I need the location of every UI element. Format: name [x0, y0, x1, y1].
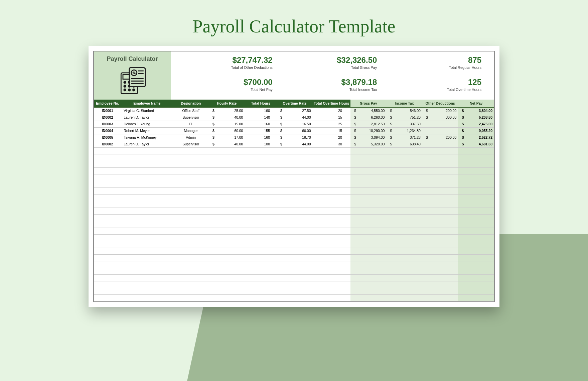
cell-designation[interactable]: Supervisor	[173, 141, 208, 147]
cell-gross[interactable]: $3,094.00	[350, 134, 386, 141]
cell-name[interactable]: Delores J. Young	[121, 121, 173, 127]
cell-otrate[interactable]: $44.00	[277, 141, 312, 147]
cell-emp-no[interactable]: ID0002	[94, 141, 121, 147]
cell-emp-no[interactable]: ID0001	[94, 107, 121, 114]
col-emp-no: Employee No.	[94, 100, 121, 107]
cell-net[interactable]: $9,055.20	[458, 127, 494, 134]
empty-row[interactable]	[94, 228, 494, 234]
empty-row[interactable]	[94, 201, 494, 208]
calculator-icon: %	[117, 65, 148, 97]
empty-row[interactable]	[94, 161, 494, 167]
empty-row[interactable]	[94, 187, 494, 194]
table-row[interactable]: ID0004Robert M. MeyerManager$60.00155$66…	[94, 127, 494, 134]
cell-designation[interactable]: Admin	[173, 134, 208, 141]
cell-rate[interactable]: $40.00	[209, 114, 245, 121]
cell-deductions[interactable]	[422, 127, 458, 134]
cell-othours[interactable]: 20	[312, 134, 350, 141]
cell-tax[interactable]: $1,234.80	[386, 127, 422, 134]
cell-hours[interactable]: 160	[245, 107, 277, 114]
cell-emp-no[interactable]: ID0002	[94, 114, 121, 121]
empty-row[interactable]	[94, 154, 494, 161]
cell-emp-no[interactable]: ID0003	[94, 121, 121, 127]
cell-net[interactable]: $3,804.00	[458, 107, 494, 114]
empty-row[interactable]	[94, 261, 494, 268]
cell-othours[interactable]: 20	[312, 107, 350, 114]
empty-row[interactable]	[94, 241, 494, 248]
col-overtime-rate: Overtime Rate	[277, 100, 312, 107]
cell-tax[interactable]: $371.28	[386, 134, 422, 141]
empty-row[interactable]	[94, 281, 494, 288]
cell-tax[interactable]: $751.20	[386, 114, 422, 121]
cell-deductions[interactable]: $200.00	[422, 107, 458, 114]
empty-row[interactable]	[94, 167, 494, 174]
cell-name[interactable]: Robert M. Meyer	[121, 127, 173, 134]
cell-otrate[interactable]: $66.00	[277, 127, 312, 134]
cell-deductions[interactable]: $200.00	[422, 134, 458, 141]
svg-text:%: %	[132, 71, 135, 75]
cell-gross[interactable]: $10,290.00	[350, 127, 386, 134]
cell-rate[interactable]: $40.00	[209, 141, 245, 147]
cell-otrate[interactable]: $18.70	[277, 134, 312, 141]
cell-net[interactable]: $5,208.80	[458, 114, 494, 121]
cell-othours[interactable]: 30	[312, 141, 350, 147]
empty-row[interactable]	[94, 268, 494, 274]
cell-tax[interactable]: $337.50	[386, 121, 422, 127]
cell-gross[interactable]: $2,812.50	[350, 121, 386, 127]
cell-hours[interactable]: 160	[245, 121, 277, 127]
cell-deductions[interactable]	[422, 141, 458, 147]
cell-gross[interactable]: $4,550.00	[350, 107, 386, 114]
cell-tax[interactable]: $546.00	[386, 107, 422, 114]
cell-net[interactable]: $4,681.60	[458, 141, 494, 147]
cell-designation[interactable]: Supervisor	[173, 114, 208, 121]
cell-hours[interactable]: 155	[245, 127, 277, 134]
cell-designation[interactable]: Office Staff	[173, 107, 208, 114]
cell-othours[interactable]: 25	[312, 121, 350, 127]
cell-hours[interactable]: 140	[245, 114, 277, 121]
cell-net[interactable]: $2,522.72	[458, 134, 494, 141]
cell-gross[interactable]: $6,260.00	[350, 114, 386, 121]
empty-row[interactable]	[94, 214, 494, 221]
empty-row[interactable]	[94, 221, 494, 228]
cell-name[interactable]: Lauren D. Taylor	[121, 114, 173, 121]
table-row[interactable]: ID0002Lauren D. TaylorSupervisor$40.0014…	[94, 114, 494, 121]
table-row[interactable]: ID0003Delores J. YoungIT$15.00160$16.502…	[94, 121, 494, 127]
table-header-row: Employee No. Employee Name Designation H…	[94, 100, 494, 107]
empty-row[interactable]	[94, 288, 494, 294]
empty-row[interactable]	[94, 147, 494, 154]
empty-row[interactable]	[94, 181, 494, 187]
cell-otrate[interactable]: $44.00	[277, 114, 312, 121]
cell-name[interactable]: Lauren D. Taylor	[121, 141, 173, 147]
cell-hours[interactable]: 160	[245, 134, 277, 141]
cell-emp-no[interactable]: ID0005	[94, 134, 121, 141]
cell-rate[interactable]: $17.00	[209, 134, 245, 141]
cell-tax[interactable]: $638.40	[386, 141, 422, 147]
cell-rate[interactable]: $60.00	[209, 127, 245, 134]
empty-row[interactable]	[94, 294, 494, 301]
empty-row[interactable]	[94, 194, 494, 201]
cell-name[interactable]: Tawana H. McKinney	[121, 134, 173, 141]
cell-gross[interactable]: $5,320.00	[350, 141, 386, 147]
empty-row[interactable]	[94, 254, 494, 261]
cell-deductions[interactable]	[422, 121, 458, 127]
cell-designation[interactable]: IT	[173, 121, 208, 127]
cell-othours[interactable]: 15	[312, 127, 350, 134]
cell-designation[interactable]: Manager	[173, 127, 208, 134]
cell-rate[interactable]: $25.00	[209, 107, 245, 114]
cell-otrate[interactable]: $16.50	[277, 121, 312, 127]
empty-row[interactable]	[94, 174, 494, 181]
empty-row[interactable]	[94, 274, 494, 281]
cell-othours[interactable]: 15	[312, 114, 350, 121]
cell-net[interactable]: $2,475.00	[458, 121, 494, 127]
table-row[interactable]: ID0001Virginia C. StanfordOffice Staff$2…	[94, 107, 494, 114]
empty-row[interactable]	[94, 208, 494, 214]
cell-rate[interactable]: $15.00	[209, 121, 245, 127]
cell-name[interactable]: Virginia C. Stanford	[121, 107, 173, 114]
cell-hours[interactable]: 100	[245, 141, 277, 147]
table-row[interactable]: ID0002Lauren D. TaylorSupervisor$40.0010…	[94, 141, 494, 147]
cell-deductions[interactable]: $300.00	[422, 114, 458, 121]
empty-row[interactable]	[94, 234, 494, 241]
empty-row[interactable]	[94, 248, 494, 254]
cell-otrate[interactable]: $27.50	[277, 107, 312, 114]
table-row[interactable]: ID0005Tawana H. McKinneyAdmin$17.00160$1…	[94, 134, 494, 141]
cell-emp-no[interactable]: ID0004	[94, 127, 121, 134]
